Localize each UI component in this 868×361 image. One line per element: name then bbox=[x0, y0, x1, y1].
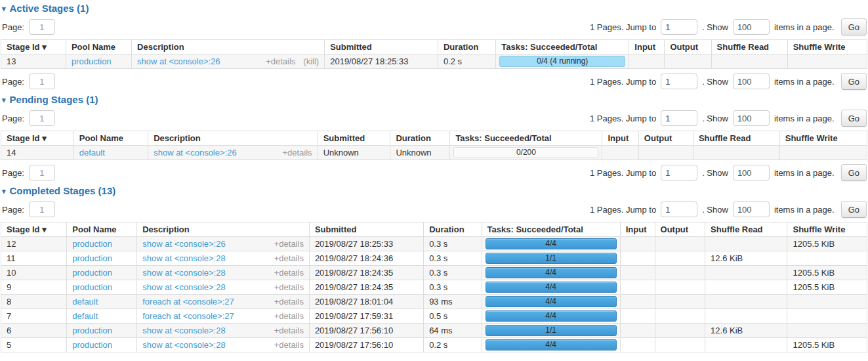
jump-to-page-input[interactable] bbox=[661, 110, 697, 126]
pool-name-link[interactable]: production bbox=[72, 326, 112, 335]
description-link[interactable]: show at <console>:28 bbox=[142, 326, 225, 335]
column-header-input[interactable]: Input bbox=[602, 131, 638, 146]
shuffle-write-cell bbox=[787, 295, 867, 309]
details-toggle[interactable]: +details bbox=[274, 311, 304, 321]
column-header-input[interactable]: Input bbox=[629, 40, 665, 54]
items-per-page-input[interactable] bbox=[733, 165, 770, 180]
column-header-stage-id[interactable]: Stage Id ▾ bbox=[1, 40, 66, 54]
submitted-cell: 2019/08/27 17:56:10 bbox=[309, 338, 423, 352]
column-header-pool-name[interactable]: Pool Name bbox=[73, 131, 148, 146]
column-header-stage-id[interactable]: Stage Id ▾ bbox=[1, 131, 74, 146]
pool-name-link[interactable]: default bbox=[72, 311, 98, 321]
tasks-cell: 1/1 bbox=[482, 324, 620, 338]
column-header-duration[interactable]: Duration bbox=[438, 40, 495, 54]
tasks-cell: 0/4 (4 running) bbox=[496, 54, 629, 69]
details-toggle[interactable]: +details bbox=[274, 253, 304, 263]
column-header-pool-name[interactable]: Pool Name bbox=[66, 40, 131, 54]
pool-name-link[interactable]: default bbox=[72, 297, 98, 307]
shuffle-write-cell bbox=[787, 251, 867, 266]
details-toggle[interactable]: +details bbox=[282, 148, 312, 158]
items-per-page-input[interactable] bbox=[733, 110, 770, 126]
shuffle-read-cell bbox=[705, 338, 787, 352]
description-link[interactable]: show at <console>:26 bbox=[154, 148, 236, 158]
jump-to-page-input[interactable] bbox=[661, 19, 697, 35]
go-button[interactable]: Go bbox=[841, 110, 867, 127]
description-link[interactable]: show at <console>:26 bbox=[137, 56, 220, 66]
description-link[interactable]: show at <console>:28 bbox=[142, 282, 225, 292]
details-toggle[interactable]: +details bbox=[274, 282, 304, 292]
pool-name-link[interactable]: production bbox=[72, 253, 112, 263]
column-header-description[interactable]: Description bbox=[132, 40, 325, 54]
go-button[interactable]: Go bbox=[841, 18, 867, 35]
active-stages-header[interactable]: ▾ Active Stages (1) bbox=[2, 3, 867, 14]
column-header-submitted[interactable]: Submitted bbox=[325, 40, 438, 54]
pool-name-link[interactable]: production bbox=[72, 56, 112, 66]
output-cell bbox=[655, 324, 705, 338]
column-header-output[interactable]: Output bbox=[655, 223, 705, 237]
page-number-input[interactable] bbox=[29, 110, 55, 126]
column-header-shuffle-write[interactable]: Shuffle Write bbox=[787, 223, 867, 237]
pool-name-link[interactable]: production bbox=[72, 268, 112, 278]
column-header-description[interactable]: Description bbox=[137, 223, 310, 237]
details-toggle[interactable]: +details bbox=[266, 56, 295, 66]
jump-to-page-input[interactable] bbox=[661, 165, 697, 180]
column-header-stage-id[interactable]: Stage Id ▾ bbox=[1, 223, 67, 237]
jump-to-page-input[interactable] bbox=[661, 74, 697, 89]
column-header-shuffle-read[interactable]: Shuffle Read bbox=[693, 131, 779, 146]
page-number-input[interactable] bbox=[29, 202, 55, 217]
column-header-shuffle-read[interactable]: Shuffle Read bbox=[711, 40, 787, 54]
page-number-input[interactable] bbox=[29, 165, 55, 180]
input-cell bbox=[620, 309, 655, 324]
duration-cell: 0.5 s bbox=[424, 309, 482, 324]
pool-name-link[interactable]: default bbox=[79, 148, 105, 158]
column-header-duration[interactable]: Duration bbox=[390, 131, 450, 146]
jump-to-page-input[interactable] bbox=[661, 202, 697, 217]
description-link[interactable]: show at <console>:28 bbox=[142, 253, 225, 263]
stage-row: 6productionshow at <console>:28+details2… bbox=[1, 324, 867, 338]
details-toggle[interactable]: +details bbox=[274, 297, 304, 307]
page-number-input[interactable] bbox=[29, 19, 55, 35]
stage-row: 10productionshow at <console>:28+details… bbox=[1, 266, 867, 280]
kill-link[interactable]: (kill) bbox=[303, 56, 319, 66]
pool-name-link[interactable]: production bbox=[72, 239, 112, 249]
input-cell bbox=[620, 280, 655, 295]
column-header-tasks-succeeded-total[interactable]: Tasks: Succeeded/Total bbox=[450, 131, 602, 146]
details-toggle[interactable]: +details bbox=[274, 268, 304, 278]
go-button[interactable]: Go bbox=[841, 73, 867, 90]
pool-name-link[interactable]: production bbox=[72, 282, 112, 292]
column-header-shuffle-write[interactable]: Shuffle Write bbox=[779, 131, 867, 146]
items-per-page-input[interactable] bbox=[733, 74, 770, 89]
column-header-tasks-succeeded-total[interactable]: Tasks: Succeeded/Total bbox=[496, 40, 629, 54]
column-header-output[interactable]: Output bbox=[638, 131, 693, 146]
description-link[interactable]: foreach at <console>:27 bbox=[142, 297, 234, 307]
description-link[interactable]: show at <console>:28 bbox=[142, 340, 225, 350]
description-link[interactable]: show at <console>:28 bbox=[142, 268, 225, 278]
page-number-input[interactable] bbox=[29, 74, 55, 89]
column-header-output[interactable]: Output bbox=[665, 40, 711, 54]
completed-stages-header[interactable]: ▾ Completed Stages (13) bbox=[2, 185, 867, 197]
column-header-pool-name[interactable]: Pool Name bbox=[67, 223, 137, 237]
column-header-shuffle-read[interactable]: Shuffle Read bbox=[705, 223, 787, 237]
column-header-shuffle-write[interactable]: Shuffle Write bbox=[787, 40, 867, 54]
section-title-label: Active Stages (1) bbox=[10, 3, 89, 14]
go-button[interactable]: Go bbox=[841, 164, 867, 181]
description-link[interactable]: show at <console>:26 bbox=[142, 239, 225, 249]
go-button[interactable]: Go bbox=[841, 201, 867, 218]
column-header-tasks-succeeded-total[interactable]: Tasks: Succeeded/Total bbox=[482, 223, 620, 237]
details-toggle[interactable]: +details bbox=[274, 340, 304, 350]
details-toggle[interactable]: +details bbox=[274, 326, 304, 335]
pending-stages-header[interactable]: ▾ Pending Stages (1) bbox=[2, 94, 867, 106]
column-header-description[interactable]: Description bbox=[148, 131, 318, 146]
column-header-submitted[interactable]: Submitted bbox=[318, 131, 390, 146]
column-header-duration[interactable]: Duration bbox=[424, 223, 482, 237]
items-per-page-input[interactable] bbox=[733, 19, 770, 35]
submitted-cell: 2019/08/27 17:59:31 bbox=[309, 309, 423, 324]
items-per-page-input[interactable] bbox=[733, 202, 770, 217]
column-header-input[interactable]: Input bbox=[620, 223, 655, 237]
tasks-progress-bar: 4/4 bbox=[486, 238, 617, 249]
details-toggle[interactable]: +details bbox=[274, 239, 304, 249]
pool-name-link[interactable]: production bbox=[72, 340, 112, 350]
description-link[interactable]: foreach at <console>:27 bbox=[142, 311, 234, 321]
pool-name-cell: production bbox=[67, 237, 137, 251]
column-header-submitted[interactable]: Submitted bbox=[309, 223, 423, 237]
